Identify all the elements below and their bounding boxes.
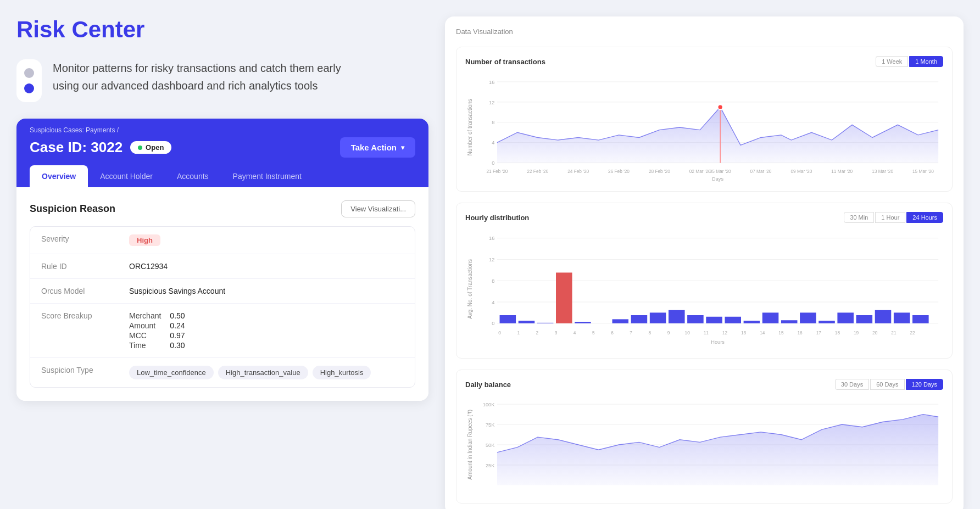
bar-10: [687, 315, 704, 323]
transactions-toggle: 1 Week 1 Month: [876, 56, 943, 67]
svg-text:8: 8: [492, 278, 494, 284]
svg-text:9: 9: [667, 330, 670, 335]
svg-text:18: 18: [834, 330, 840, 335]
svg-text:2: 2: [536, 330, 538, 335]
score-amount-value: 0.24: [170, 321, 185, 330]
bar-17: [818, 321, 835, 323]
bar-19: [856, 315, 872, 323]
svg-text:4: 4: [573, 330, 576, 335]
toggle-1-week[interactable]: 1 Week: [876, 56, 908, 67]
svg-text:02 Mar '20: 02 Mar '20: [689, 169, 710, 174]
transactions-y-label: Number of transactions: [465, 72, 475, 182]
tab-payment-instrument[interactable]: Payment Instrument: [221, 165, 314, 187]
bar-22: [912, 315, 929, 323]
svg-text:7: 7: [630, 330, 632, 335]
svg-text:10: 10: [684, 330, 690, 335]
bar-6: [612, 319, 628, 323]
score-merchant-value: 0.50: [170, 311, 185, 320]
svg-text:21: 21: [891, 330, 897, 335]
severity-row: Severity High: [30, 227, 415, 254]
svg-text:07 Mar '20: 07 Mar '20: [750, 169, 771, 174]
page-title: Risk Center: [16, 16, 428, 43]
toggle-30-days[interactable]: 30 Days: [835, 379, 869, 390]
svg-text:28 Feb '20: 28 Feb '20: [649, 169, 670, 174]
svg-text:24 Feb '20: 24 Feb '20: [567, 169, 589, 174]
severity-label: Severity: [41, 234, 129, 246]
toggle-24-hours[interactable]: 24 Hours: [906, 212, 943, 223]
toggle-120-days[interactable]: 120 Days: [906, 379, 943, 390]
tab-overview[interactable]: Overview: [30, 165, 88, 187]
svg-text:15: 15: [778, 330, 784, 335]
orcus-model-label: Orcus Model: [41, 287, 129, 295]
bar-15: [781, 320, 798, 323]
svg-text:6: 6: [611, 330, 614, 335]
transactions-chart-header: Number of transactions 1 Week 1 Month: [465, 56, 943, 67]
hero-text: Monitor patterns for risky transactions …: [53, 59, 360, 94]
hourly-chart-section: Hourly distribution 30 Min 1 Hour 24 Hou…: [456, 203, 953, 359]
svg-text:09 Mar '20: 09 Mar '20: [790, 169, 812, 174]
daily-balance-toggle: 30 Days 60 Days 120 Days: [835, 379, 943, 390]
svg-text:0: 0: [498, 330, 501, 335]
daily-balance-svg: 100K 75K 50K 25K: [477, 395, 943, 494]
tab-accounts[interactable]: Accounts: [165, 165, 221, 187]
toggle-60-days[interactable]: 60 Days: [870, 379, 904, 390]
tabs-container: Overview Account Holder Accounts Payment…: [16, 165, 428, 187]
rule-id-row: Rule ID ORC12934: [30, 254, 415, 279]
svg-text:22 Feb '20: 22 Feb '20: [527, 169, 548, 174]
severity-value: High: [129, 234, 160, 246]
take-action-button[interactable]: Take Action: [340, 137, 415, 158]
svg-text:75K: 75K: [486, 422, 495, 428]
tag-high-kurtosis: High_kurtosis: [313, 366, 371, 379]
bar-12: [725, 317, 741, 323]
svg-text:8: 8: [648, 330, 651, 335]
suspicion-header: Suspicion Reason View Visualizati...: [30, 200, 415, 217]
bar-4: [575, 322, 591, 323]
svg-text:0: 0: [492, 160, 494, 166]
toggle-1-hour[interactable]: 1 Hour: [875, 212, 905, 223]
hourly-chart-header: Hourly distribution 30 Min 1 Hour 24 Hou…: [465, 212, 943, 223]
transactions-chart-wrapper: Number of transactions 16 12 8 4 0: [465, 72, 943, 182]
view-visualization-button[interactable]: View Visualizati...: [341, 200, 415, 217]
svg-text:4: 4: [492, 140, 494, 146]
svg-marker-68: [497, 415, 938, 485]
svg-text:11: 11: [703, 330, 709, 335]
svg-text:16: 16: [489, 236, 494, 241]
hourly-toggle: 30 Min 1 Hour 24 Hours: [844, 212, 943, 223]
score-mcc-label: MCC: [129, 331, 161, 340]
svg-text:11 Mar '20: 11 Mar '20: [831, 169, 853, 174]
svg-text:3: 3: [554, 330, 557, 335]
svg-text:05 Mar '20: 05 Mar '20: [709, 169, 731, 174]
svg-text:12: 12: [489, 257, 494, 262]
svg-text:17: 17: [816, 330, 821, 335]
hero-section: Monitor patterns for risky transactions …: [16, 59, 428, 102]
bar-2: [537, 323, 553, 323]
score-mcc-value: 0.97: [170, 331, 185, 340]
svg-text:Days: Days: [712, 176, 723, 182]
case-id: Case ID: 3022: [30, 139, 122, 156]
svg-text:50K: 50K: [486, 443, 495, 448]
orcus-model-value: Suspicious Savings Account: [129, 287, 225, 295]
bar-16: [800, 312, 816, 323]
details-table: Severity High Rule ID ORC12934 Orcus Mod…: [30, 226, 415, 388]
svg-text:19: 19: [854, 330, 859, 335]
suspicion-tags: Low_time_confidence High_transaction_val…: [129, 366, 371, 379]
score-breakup-row: Score Breakup Merchant 0.50 Amount 0.24 …: [30, 304, 415, 358]
svg-text:13 Mar '20: 13 Mar '20: [872, 169, 893, 174]
tab-account-holder[interactable]: Account Holder: [88, 165, 165, 187]
svg-text:12: 12: [489, 100, 494, 105]
bar-8: [649, 312, 666, 323]
tag-high-transaction: High_transaction_value: [218, 366, 308, 379]
toggle-1-month[interactable]: 1 Month: [909, 56, 943, 67]
case-panel: Suspicious Cases: Payments / Case ID: 30…: [16, 119, 428, 401]
bar-0: [499, 315, 516, 323]
bar-13: [743, 321, 760, 323]
score-amount-label: Amount: [129, 321, 161, 330]
hourly-y-label: Avg. No. of Transactions: [465, 228, 475, 349]
bar-18: [837, 312, 854, 323]
bar-1: [518, 321, 534, 323]
bar-14: [762, 312, 778, 323]
bar-21: [894, 312, 910, 323]
daily-balance-chart-wrapper: Amount in Indian Rupees (₹) 100K 75K 50K…: [465, 395, 943, 494]
svg-text:25K: 25K: [486, 463, 495, 468]
toggle-30-min[interactable]: 30 Min: [844, 212, 874, 223]
